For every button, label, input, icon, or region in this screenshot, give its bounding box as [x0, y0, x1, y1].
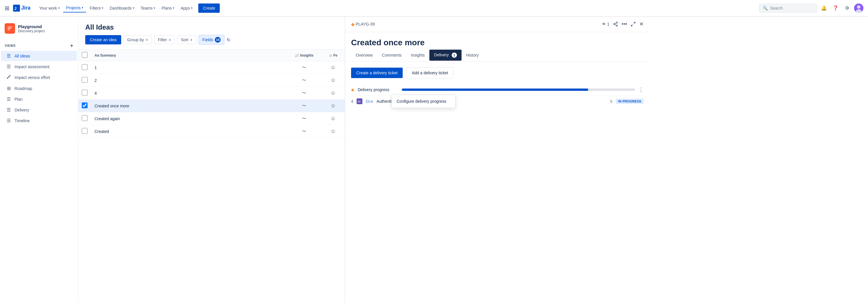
row-summary[interactable]: Created once more — [91, 100, 287, 112]
sort-button[interactable]: Sort + — [177, 35, 196, 44]
row-summary[interactable]: 1 — [91, 61, 287, 74]
ideas-data-table: Aα Summary 📈 Insights ☺ Fe — [78, 50, 345, 138]
sidebar-item-impact-assessment[interactable]: ☰ Impact assessment — [1, 61, 77, 72]
create-delivery-ticket-button[interactable]: Create a delivery ticket — [351, 67, 403, 78]
top-nav: ⊞ J Jira Your work ▾ Projects ▾ Filters … — [0, 0, 868, 16]
sidebar-item-roadmap[interactable]: ⊞ Roadmap — [1, 83, 77, 93]
timeline-label: Timeline — [14, 118, 30, 123]
help-icon[interactable]: ❓ — [831, 3, 840, 13]
table-row[interactable]: 4 〜 ☺ — [78, 87, 345, 100]
tab-overview[interactable]: Overview — [351, 50, 377, 61]
project-icon-svg — [6, 25, 13, 32]
jira-logo[interactable]: J Jira — [13, 5, 30, 11]
search-icon: 🔍 — [763, 6, 768, 10]
svg-rect-6 — [7, 27, 12, 27]
row-fe: ☺ — [321, 112, 345, 125]
close-button[interactable]: ✕ — [639, 21, 644, 27]
progress-menu-button[interactable]: ⋮ — [639, 86, 644, 93]
timeline-icon: ☰ — [6, 118, 11, 123]
face-icon: ☺ — [331, 115, 336, 121]
sidebar-item-impact-vs-effort[interactable]: Impact versus effort — [1, 72, 77, 83]
row-checkbox[interactable] — [82, 103, 88, 108]
delivery-actions: Create a delivery ticket Add a delivery … — [351, 67, 644, 78]
row-insights: 〜 — [287, 61, 321, 74]
impact-vs-effort-icon — [6, 75, 11, 80]
row-insights: 〜 — [287, 87, 321, 100]
tab-delivery[interactable]: Delivery 1 — [429, 50, 461, 61]
row-summary[interactable]: Created — [91, 125, 287, 138]
row-summary[interactable]: Created again — [91, 112, 287, 125]
tab-comments[interactable]: Comments — [377, 50, 406, 61]
row-checkbox[interactable] — [82, 128, 88, 134]
nav-plans[interactable]: Plans ▾ — [159, 4, 177, 12]
row-checkbox[interactable] — [82, 90, 88, 95]
tab-delivery-label: Delivery — [434, 53, 449, 57]
create-idea-button[interactable]: Create an idea — [85, 35, 121, 45]
ideas-table: Aα Summary 📈 Insights ☺ Fe — [78, 50, 345, 303]
nav-projects[interactable]: Projects ▾ — [63, 4, 86, 12]
refresh-icon[interactable]: ↻ — [227, 37, 230, 43]
fields-button[interactable]: Fields 19 — [198, 35, 224, 45]
nav-filters[interactable]: Filters ▾ — [87, 4, 106, 12]
tab-history[interactable]: History — [462, 50, 484, 61]
nav-apps[interactable]: Apps ▾ — [178, 4, 195, 12]
grid-icon[interactable]: ⊞ — [5, 5, 9, 11]
nav-teams-label: Teams — [141, 6, 153, 10]
more-options-button[interactable]: ••• — [622, 21, 627, 27]
share-button[interactable] — [613, 22, 618, 27]
insights-col-icon: 📈 — [295, 53, 300, 57]
notifications-icon[interactable]: 🔔 — [819, 3, 829, 13]
row-insights: 〜 — [287, 74, 321, 87]
row-summary[interactable]: 2 — [91, 74, 287, 87]
svg-text:J: J — [14, 6, 17, 11]
svg-line-16 — [615, 24, 616, 25]
configure-delivery-progress-item[interactable]: Configure delivery progress — [392, 96, 455, 107]
table-row[interactable]: 1 〜 ☺ — [78, 61, 345, 74]
sidebar-item-all-ideas[interactable]: ☰ All Ideas — [1, 51, 77, 61]
tab-insights-label: Insights — [411, 53, 425, 57]
ticket-project-icon: CI — [356, 99, 362, 104]
row-summary[interactable]: 4 — [91, 87, 287, 100]
all-ideas-label: All Ideas — [14, 54, 30, 58]
table-row[interactable]: Created 〜 ☺ — [78, 125, 345, 138]
impact-vs-effort-label: Impact versus effort — [14, 75, 50, 80]
ticket-project-label[interactable]: CI-n — [366, 99, 373, 104]
sidebar-item-delivery[interactable]: ☰ Delivery — [1, 105, 77, 115]
sidebar-item-timeline[interactable]: ☰ Timeline — [1, 115, 77, 126]
nav-teams[interactable]: Teams ▾ — [138, 4, 158, 12]
table-row[interactable]: Created again 〜 ☺ — [78, 112, 345, 125]
row-checkbox[interactable] — [82, 64, 88, 70]
delivery-icon: ☰ — [6, 107, 11, 113]
col-checkbox — [78, 50, 91, 61]
row-insights: 〜 — [287, 125, 321, 138]
search-bar[interactable]: 🔍 Search — [759, 4, 817, 12]
views-label: VIEWS — [5, 44, 16, 47]
sidebar-item-plan[interactable]: ☰ Plan — [1, 94, 77, 104]
nav-your-work[interactable]: Your work ▾ — [36, 4, 63, 12]
roadmap-label: Roadmap — [14, 86, 32, 91]
add-view-button[interactable]: + — [70, 43, 73, 48]
tab-insights[interactable]: Insights — [406, 50, 429, 61]
add-delivery-ticket-button[interactable]: Add a delivery ticket — [406, 67, 454, 78]
ideas-panel: All Ideas Create an idea Group by + Filt… — [78, 16, 345, 303]
svg-line-12 — [7, 75, 10, 79]
select-all-checkbox[interactable] — [82, 52, 88, 58]
nav-dashboards-chevron: ▾ — [133, 6, 134, 9]
table-row[interactable]: 2 〜 ☺ — [78, 74, 345, 87]
create-button[interactable]: Create — [198, 3, 220, 13]
nav-dashboards[interactable]: Dashboards ▾ — [107, 4, 137, 12]
fe-col-icon: ☺ — [329, 53, 333, 57]
table-row-selected[interactable]: Created once more 〜 ☺ — [78, 100, 345, 112]
watchers-badge[interactable]: 👁 1 — [602, 22, 610, 26]
expand-button[interactable] — [630, 22, 636, 27]
detail-header-right: 👁 1 ••• — [602, 21, 644, 27]
settings-icon[interactable]: ⚙ — [842, 3, 852, 13]
scatter-icon — [6, 75, 11, 79]
avatar[interactable] — [854, 3, 863, 13]
trend-icon: 〜 — [302, 129, 306, 134]
row-checkbox[interactable] — [82, 115, 88, 121]
group-by-button[interactable]: Group by + — [124, 35, 152, 44]
filter-button[interactable]: Filter + — [154, 35, 175, 44]
row-fe: ☺ — [321, 74, 345, 87]
row-checkbox[interactable] — [82, 77, 88, 83]
